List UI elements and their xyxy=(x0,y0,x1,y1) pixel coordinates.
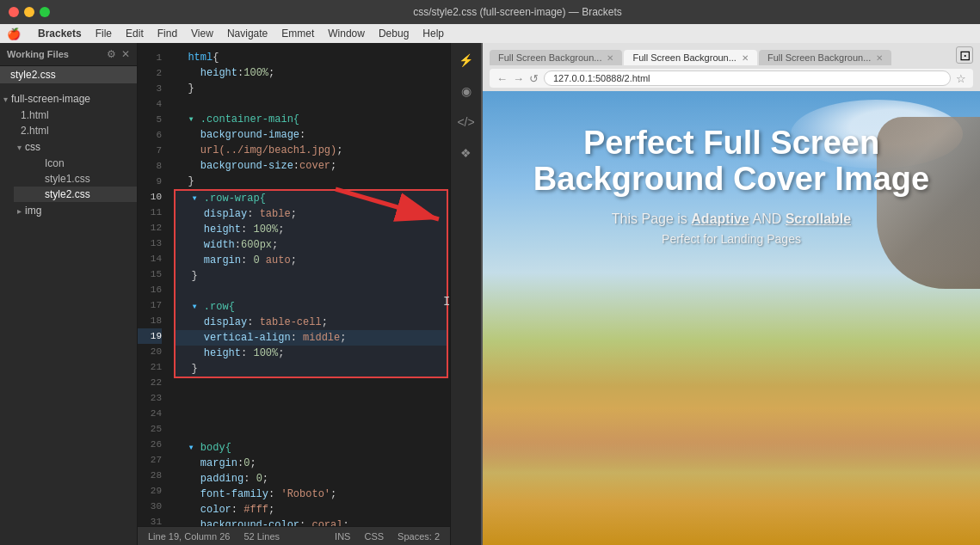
code-line-10: ▾ .row-wrap{ xyxy=(176,191,447,206)
extension-icon[interactable]: ❖ xyxy=(457,143,475,163)
browser-tab-2[interactable]: Full Screen Backgroun... ✕ xyxy=(624,50,756,65)
insert-mode: INS xyxy=(335,531,350,542)
browser-nav: ← → ↺ ☆ xyxy=(490,69,973,88)
sidebar-actions: ⚙ ✕ xyxy=(107,48,130,60)
code-line-19: vertical-align: middle; xyxy=(176,330,447,346)
code-line-5: ▾ .container-main{ xyxy=(172,112,450,127)
code-line-26: ▾ body{ xyxy=(172,440,450,456)
file-2html[interactable]: 2.html xyxy=(0,123,137,138)
code-line-15: } xyxy=(176,268,447,284)
right-panel-icons: ⚡ ◉ </> ❖ xyxy=(450,43,481,545)
title-bar: css/style2.css (full-screen-image) — Bra… xyxy=(0,0,980,24)
line-numbers: 1 2 3 4 5 6 7 8 9 10 11 12 13 14 xyxy=(138,43,169,526)
folder-full-screen-image[interactable]: ▾ full-screen-image xyxy=(0,90,137,107)
live-file-icon[interactable]: ◉ xyxy=(458,81,475,101)
url-bar[interactable] xyxy=(544,70,951,86)
code-line-7: url(../img/beach1.jpg); xyxy=(172,143,450,158)
live-preview-icon[interactable]: ⚡ xyxy=(455,50,477,70)
browser-tabs: Full Screen Backgroun... ✕ Full Screen B… xyxy=(490,46,973,65)
menu-bar: 🍎 Brackets File Edit Find View Navigate … xyxy=(0,24,980,43)
code-line-25 xyxy=(172,425,450,440)
sidebar-header: Working Files ⚙ ✕ xyxy=(0,43,137,66)
menu-find[interactable]: Find xyxy=(157,28,177,40)
menu-emmet[interactable]: Emmet xyxy=(281,28,314,40)
menu-edit[interactable]: Edit xyxy=(126,28,144,40)
subfolder-img: ▸ img xyxy=(0,202,137,219)
code-line-14: margin: 0 auto; xyxy=(176,253,447,268)
folder-css[interactable]: ▾ css xyxy=(14,138,137,156)
subtitle-adaptive: Adaptive xyxy=(691,211,749,226)
browser-panel: Full Screen Backgroun... ✕ Full Screen B… xyxy=(481,43,980,545)
bookmark-icon[interactable]: ☆ xyxy=(956,72,966,85)
menu-navigate[interactable]: Navigate xyxy=(227,28,268,40)
editor-container: 1 2 3 4 5 6 7 8 9 10 11 12 13 14 xyxy=(138,43,481,545)
preview-title-line2: Background Cover Image xyxy=(533,161,929,197)
code-line-9: } xyxy=(172,174,450,189)
menu-help[interactable]: Help xyxy=(422,28,444,40)
traffic-lights xyxy=(9,7,50,17)
code-line-30: color: #fff; xyxy=(172,502,450,517)
file-icon[interactable]: Icon xyxy=(14,156,137,171)
reload-button[interactable]: ↺ xyxy=(529,72,539,85)
tab-close-2[interactable]: ✕ xyxy=(742,53,749,63)
file-style1css[interactable]: style1.css xyxy=(14,171,137,187)
menu-window[interactable]: Window xyxy=(328,28,365,40)
forward-button[interactable]: → xyxy=(513,72,524,85)
code-editor[interactable]: 1 2 3 4 5 6 7 8 9 10 11 12 13 14 xyxy=(138,43,450,526)
file-1html[interactable]: 1.html xyxy=(0,107,137,123)
sidebar-close-icon[interactable]: ✕ xyxy=(121,48,130,60)
code-line-23 xyxy=(172,394,450,409)
subfolder-css: ▾ css Icon style1.css style2.css xyxy=(0,138,137,202)
code-line-3: } xyxy=(172,81,450,96)
code-line-1: html{ xyxy=(172,50,450,65)
tab-label-2: Full Screen Backgroun... xyxy=(632,52,736,63)
highlight-block: ▾ .row-wrap{ display: table; height: 100… xyxy=(174,189,448,378)
browser-tab-3[interactable]: Full Screen Backgroun... ✕ xyxy=(759,50,891,65)
menu-view[interactable]: View xyxy=(191,28,213,40)
tab-close-1[interactable]: ✕ xyxy=(607,53,613,63)
code-line-4 xyxy=(172,96,450,112)
file-style2css[interactable]: style2.css xyxy=(14,187,137,202)
code-line-27: margin:0; xyxy=(172,456,450,471)
code-line-29: font-family: 'Roboto'; xyxy=(172,487,450,502)
code-line-6: background-image: xyxy=(172,127,450,143)
code-icon[interactable]: </> xyxy=(453,112,478,132)
sidebar-settings-icon[interactable]: ⚙ xyxy=(107,48,116,60)
code-line-8: background-size:cover; xyxy=(172,158,450,174)
subtitle-scrollable: Scrollable xyxy=(786,211,851,226)
sidebar-file-style2[interactable]: style2.css xyxy=(0,66,137,83)
menu-debug[interactable]: Debug xyxy=(379,28,409,40)
beach-sand xyxy=(483,442,980,545)
code-line-17: ▾ .row{ xyxy=(176,299,447,315)
code-line-20: height: 100%; xyxy=(176,346,447,361)
project-files: ▾ full-screen-image 1.html 2.html ▾ css … xyxy=(0,90,137,219)
folder-name: full-screen-image xyxy=(11,93,90,105)
preview-sub2: Perfect for Landing Pages xyxy=(662,232,801,246)
code-view: 1 2 3 4 5 6 7 8 9 10 11 12 13 14 xyxy=(138,43,450,526)
window-title: css/style2.css (full-screen-image) — Bra… xyxy=(64,6,971,18)
syntax-mode[interactable]: CSS xyxy=(364,531,384,542)
subtitle-mid: AND xyxy=(752,211,785,226)
close-button[interactable] xyxy=(9,7,19,17)
browser-tab-1[interactable]: Full Screen Backgroun... ✕ xyxy=(490,50,622,65)
code-content[interactable]: html{ height:100%; } ▾ .container-main{ … xyxy=(169,43,450,526)
menu-brackets[interactable]: Brackets xyxy=(38,28,82,40)
code-line-13: width:600px; xyxy=(176,237,447,253)
menu-file[interactable]: File xyxy=(96,28,112,40)
spaces-setting[interactable]: Spaces: 2 xyxy=(398,531,440,542)
code-line-22 xyxy=(172,378,450,394)
code-line-24 xyxy=(172,409,450,425)
sidebar: Working Files ⚙ ✕ style2.css ▾ full-scre… xyxy=(0,43,138,545)
code-line-21: } xyxy=(176,361,447,377)
back-button[interactable]: ← xyxy=(496,72,508,85)
arrow-down-icon2: ▾ xyxy=(17,143,22,152)
folder-img[interactable]: ▸ img xyxy=(14,202,137,219)
maximize-button[interactable] xyxy=(40,7,50,17)
tab-close-3[interactable]: ✕ xyxy=(876,53,883,63)
browser-expand-button[interactable]: ⊡ xyxy=(956,46,973,64)
arrow-down-icon: ▾ xyxy=(3,95,8,104)
img-folder-label: img xyxy=(25,205,41,217)
preview-subtitle: This Page is Adaptive AND Scrollable xyxy=(612,211,851,227)
code-line-16 xyxy=(176,284,447,299)
minimize-button[interactable] xyxy=(24,7,34,17)
